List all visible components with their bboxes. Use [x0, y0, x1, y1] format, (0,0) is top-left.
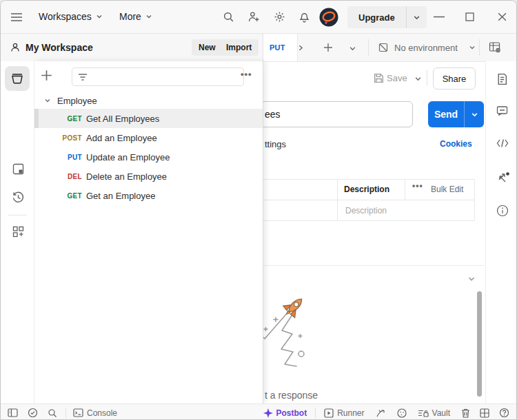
save-button[interactable]: Save: [387, 73, 407, 83]
collapse-response-chevron-icon[interactable]: [467, 275, 476, 283]
collection-employee[interactable]: Employee: [34, 92, 273, 109]
right-icon-rail: [485, 61, 517, 403]
description-column-header: Description: [344, 185, 389, 194]
add-collection-plus-icon[interactable]: [41, 70, 52, 81]
statusbar: Console Postbot Runner Vault: [1, 403, 517, 420]
runner-button[interactable]: Runner: [324, 408, 364, 418]
filter-input[interactable]: [72, 67, 244, 86]
collections-sidebar: ••• Employee GET Get All Employees POST …: [34, 61, 263, 403]
avatar[interactable]: [319, 8, 338, 27]
environment-selector-label: No environment: [394, 43, 458, 53]
no-environment-icon: [378, 42, 389, 53]
response-scrollbar[interactable]: [477, 291, 482, 397]
rocket-illustration: [257, 295, 323, 375]
vault-button[interactable]: Vault: [418, 408, 450, 418]
import-button[interactable]: Import: [219, 39, 258, 56]
chevron-down-icon: [469, 44, 476, 51]
help-icon[interactable]: [499, 408, 509, 418]
send-button-label: Send: [428, 109, 464, 120]
hamburger-menu-icon[interactable]: [10, 12, 23, 22]
capture-requests-icon[interactable]: [376, 408, 386, 418]
description-input[interactable]: [344, 205, 450, 216]
request-item[interactable]: GET Get All Employees: [34, 109, 263, 128]
tab-options-chevron-icon[interactable]: [349, 45, 356, 52]
toggle-sidebar-icon[interactable]: [8, 408, 18, 417]
postbot-icon: [263, 408, 273, 418]
upgrade-button[interactable]: Upgrade: [347, 6, 406, 28]
response-hint-text: t a response: [265, 390, 318, 401]
request-item[interactable]: PUT Update an Employee: [34, 147, 263, 167]
trash-icon[interactable]: [461, 408, 470, 418]
sidebar-item-collections[interactable]: [5, 66, 30, 91]
request-item[interactable]: POST Add an Employee: [34, 128, 263, 147]
workspace-and-tab-band: My Workspace New Import PUT No environme…: [1, 34, 517, 62]
runner-icon: [324, 408, 334, 418]
sidebar-item-environments[interactable]: [12, 162, 25, 176]
more-menu[interactable]: More: [119, 11, 152, 22]
scroll-tabs-right-icon[interactable]: [297, 44, 304, 52]
window-close-button[interactable]: [497, 12, 507, 22]
chevron-down-icon: [44, 97, 51, 104]
blocks-add-icon: [12, 225, 25, 238]
window-maximize-button[interactable]: [465, 12, 474, 21]
send-options-chevron-icon[interactable]: [465, 111, 484, 118]
tab-settings[interactable]: ttings: [265, 139, 286, 149]
documentation-icon[interactable]: [496, 73, 508, 85]
environment-selector[interactable]: No environment: [378, 42, 476, 53]
params-more-actions-icon[interactable]: •••: [412, 181, 423, 191]
workspaces-menu[interactable]: Workspaces: [39, 11, 103, 22]
request-tab-put[interactable]: PUT: [263, 34, 298, 61]
filter-icon: [78, 73, 88, 81]
notifications-bell-icon[interactable]: [298, 11, 310, 23]
cookies-jar-icon[interactable]: [397, 408, 407, 418]
upgrade-button-group: Upgrade: [347, 6, 427, 28]
environment-quick-look-icon[interactable]: [489, 41, 502, 54]
url-input-text: ees: [265, 109, 281, 120]
upgrade-chevron-icon[interactable]: [407, 6, 427, 28]
status-ok-icon[interactable]: [28, 408, 38, 418]
workspace-icon: [10, 42, 21, 53]
vault-icon: [418, 408, 429, 418]
history-icon: [12, 191, 25, 204]
left-icon-rail: [1, 61, 34, 403]
bulk-edit-button[interactable]: Bulk Edit: [431, 185, 463, 194]
info-icon[interactable]: [496, 204, 509, 217]
cookies-link[interactable]: Cookies: [440, 139, 472, 149]
comments-icon[interactable]: [496, 105, 508, 116]
sidebar-more-actions-icon[interactable]: •••: [241, 69, 252, 79]
share-button[interactable]: Share: [433, 67, 476, 90]
code-snippet-icon[interactable]: [496, 138, 509, 148]
save-icon: [373, 72, 385, 84]
send-button[interactable]: Send: [428, 101, 484, 127]
save-options-chevron-icon[interactable]: [414, 75, 422, 83]
workspace-name[interactable]: My Workspace: [26, 42, 93, 53]
settings-gear-icon[interactable]: [274, 11, 285, 23]
postbot-button[interactable]: Postbot: [263, 408, 307, 418]
chevron-down-icon: [145, 13, 152, 20]
environments-icon: [12, 162, 25, 176]
request-item[interactable]: DEL Delete an Employee: [34, 167, 263, 186]
postman-window: Save Share ees Send ttings Cookies Descr…: [0, 0, 517, 420]
request-item[interactable]: GET Get an Employee: [34, 186, 263, 205]
related-requests-icon[interactable]: [496, 171, 510, 184]
find-icon[interactable]: [48, 408, 57, 418]
new-button[interactable]: New: [192, 39, 223, 56]
titlebar: Workspaces More Upgrade: [1, 1, 517, 34]
save-share-divider: [427, 70, 427, 85]
console-button[interactable]: Console: [73, 408, 117, 418]
collections-icon: [10, 72, 24, 85]
collection-name: Employee: [57, 96, 97, 106]
sidebar-item-history[interactable]: [12, 191, 25, 204]
chevron-down-icon: [96, 13, 103, 20]
sidebar-item-more-blocks[interactable]: [12, 225, 25, 238]
new-tab-plus-icon[interactable]: [323, 43, 333, 52]
invite-user-icon[interactable]: [248, 11, 260, 23]
console-icon: [73, 408, 83, 417]
split-panes-icon[interactable]: [480, 408, 489, 418]
search-icon[interactable]: [223, 11, 234, 23]
window-minimize-button[interactable]: [433, 16, 445, 18]
